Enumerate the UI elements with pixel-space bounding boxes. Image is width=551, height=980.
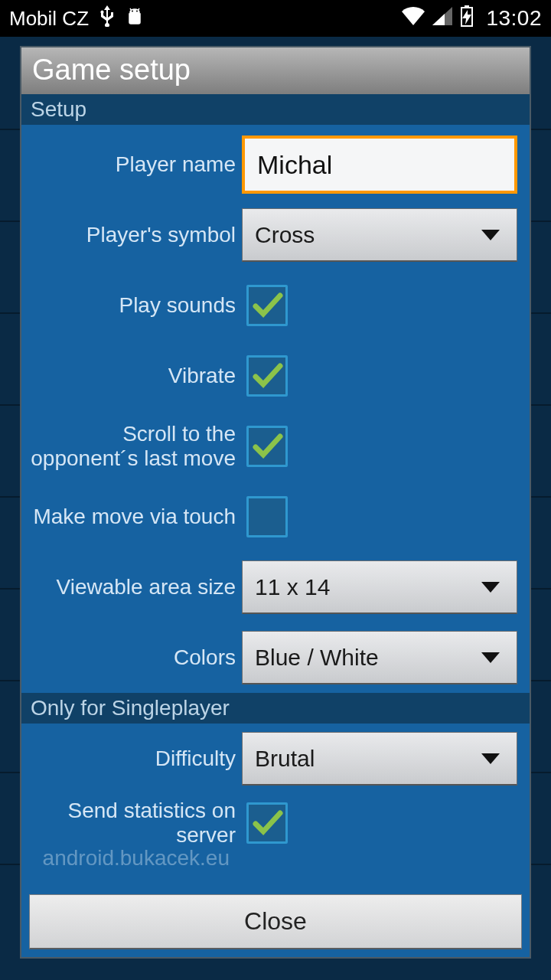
check-icon	[251, 289, 283, 322]
carrier-label: Mobil CZ	[9, 7, 89, 31]
player-symbol-value: Cross	[255, 222, 315, 248]
player-name-input[interactable]	[242, 136, 517, 194]
vibrate-checkbox[interactable]	[246, 355, 288, 397]
signal-icon	[432, 7, 452, 31]
game-setup-dialog: Game setup Setup Player name Player's sy…	[20, 46, 531, 959]
colors-label: Colors	[28, 645, 242, 670]
svg-point-1	[136, 11, 138, 12]
scroll-opponent-checkbox[interactable]	[246, 426, 288, 467]
svg-rect-3	[465, 5, 469, 8]
android-debug-icon	[126, 6, 144, 31]
dialog-title: Game setup	[21, 47, 530, 94]
difficulty-dropdown[interactable]: Brutal	[242, 732, 517, 786]
play-sounds-checkbox[interactable]	[246, 285, 288, 326]
difficulty-value: Brutal	[255, 746, 315, 772]
viewable-area-label: Viewable area size	[28, 575, 242, 599]
check-icon	[251, 360, 283, 392]
clock: 13:02	[486, 6, 542, 31]
scroll-opponent-label: Scroll to the opponent´s last move	[28, 422, 242, 471]
status-bar: Mobil CZ 13:02	[0, 0, 551, 37]
colors-value: Blue / White	[255, 645, 379, 671]
chevron-down-icon	[481, 230, 500, 240]
wifi-icon	[402, 7, 425, 31]
check-icon	[251, 430, 283, 462]
make-move-touch-label: Make move via touch	[28, 505, 242, 529]
form-scroll-area[interactable]: Player name Player's symbol Cross Play s…	[21, 125, 530, 888]
usb-icon	[99, 5, 115, 31]
svg-point-0	[132, 11, 133, 12]
chevron-down-icon	[481, 582, 500, 593]
send-stats-checkbox[interactable]	[246, 802, 288, 844]
section-setup-header: Setup	[21, 94, 530, 125]
player-symbol-label: Player's symbol	[28, 223, 242, 247]
player-symbol-dropdown[interactable]: Cross	[242, 208, 517, 262]
colors-dropdown[interactable]: Blue / White	[242, 631, 517, 684]
close-button[interactable]: Close	[29, 894, 522, 949]
viewable-area-dropdown[interactable]: 11 x 14	[242, 560, 517, 614]
vibrate-label: Vibrate	[28, 364, 242, 388]
chevron-down-icon	[481, 652, 500, 663]
send-stats-label: Send statistics on server	[28, 799, 242, 848]
send-stats-sublabel: android.bukacek.eu	[21, 846, 236, 871]
difficulty-label: Difficulty	[28, 746, 242, 771]
battery-charging-icon	[460, 5, 474, 32]
check-icon	[251, 807, 283, 839]
play-sounds-label: Play sounds	[28, 293, 242, 318]
section-singleplayer-header: Only for Singleplayer	[21, 693, 530, 724]
chevron-down-icon	[481, 753, 500, 764]
make-move-touch-checkbox[interactable]	[246, 496, 288, 537]
viewable-area-value: 11 x 14	[255, 574, 330, 600]
player-name-label: Player name	[28, 152, 242, 177]
